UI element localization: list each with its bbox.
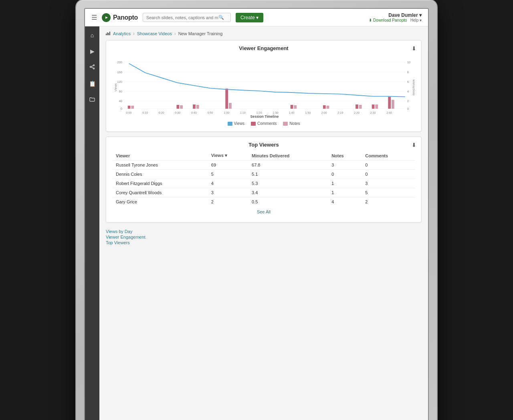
cell-viewer-0: Russell Tyrone Jones [113,161,208,170]
breadcrumb-showcase[interactable]: Showcase Videos [137,31,172,36]
sidebar-share-icon[interactable] [88,62,97,72]
top-viewers-table: Viewer Views ▾ Minutes Delivered Notes C… [113,151,415,206]
cell-minutes-0: 67.8 [248,161,328,170]
svg-text:2:30: 2:30 [370,111,376,115]
cell-notes-2: 1 [328,179,362,188]
breadcrumb-sep2: › [174,31,176,36]
svg-rect-35 [291,105,293,109]
see-all-link[interactable]: See All [113,206,415,217]
bottom-nav: Views by Day Viewer Engagement Top Viewe… [106,227,422,247]
svg-rect-31 [128,106,131,109]
cell-comments-0: 0 [362,161,415,170]
svg-text:0:10: 0:10 [142,111,148,115]
table-row: Robert Fitzgerald Diggs 4 5.3 1 3 [113,179,415,188]
svg-line-6 [91,67,93,68]
user-name[interactable]: Dave Dumler ▾ [388,12,422,18]
svg-rect-40 [131,106,134,109]
bottom-nav-viewer-engagement[interactable]: Viewer Engagement [106,235,422,239]
viewers-download-icon[interactable]: ⬇ [412,142,416,148]
col-viewer: Viewer [113,151,208,161]
svg-text:1:20: 1:20 [256,111,262,115]
sidebar: ⌂ ▶ 📋 [85,26,99,420]
legend-notes-label: Notes [289,121,300,126]
cell-notes-3: 1 [328,188,362,197]
header-left: ☰ Panopto 🔍 [91,13,263,22]
create-button[interactable]: Create ▾ [236,13,263,22]
svg-text:80: 80 [119,90,123,93]
svg-text:2:40: 2:40 [386,111,392,115]
svg-text:8: 8 [407,70,409,74]
sidebar-folder-icon[interactable] [88,95,97,104]
engagement-title: Viewer Engagement [113,45,415,51]
svg-rect-7 [106,34,107,35]
cell-views-2: 4 [208,179,248,188]
svg-rect-42 [196,105,199,109]
legend-notes-color [283,122,288,126]
svg-text:2: 2 [407,99,409,103]
svg-text:1:00: 1:00 [224,111,229,115]
svg-rect-8 [107,32,108,35]
bottom-nav-views-by-day[interactable]: Views by Day [106,229,422,234]
legend-comments: Comments [251,121,277,126]
viewer-engagement-card: ⬇ Viewer Engagement 200 160 120 80 [106,40,422,132]
logo-icon [102,13,111,22]
cell-minutes-4: 0.5 [248,197,328,207]
sidebar-home-icon[interactable]: ⌂ [89,30,95,40]
svg-text:2:00: 2:00 [321,111,327,115]
cell-views-4: 2 [208,197,248,207]
cell-viewer-3: Corey Quantrell Woods [113,188,208,197]
svg-line-5 [91,66,93,66]
search-input[interactable] [146,15,218,20]
legend-notes: Notes [283,121,300,126]
svg-text:1:30: 1:30 [273,111,278,115]
engagement-svg: 200 160 120 80 40 0 Views 10 [113,54,415,119]
svg-rect-47 [375,104,378,109]
search-icon[interactable]: 🔍 [218,15,224,20]
table-row: Russell Tyrone Jones 69 67.8 3 0 [113,161,415,170]
cell-comments-3: 5 [362,188,415,197]
sidebar-clipboard-icon[interactable]: 📋 [87,79,97,88]
svg-rect-43 [229,103,232,109]
legend-views: Views [228,121,245,126]
svg-rect-32 [177,105,180,109]
svg-text:0: 0 [121,107,122,111]
col-views[interactable]: Views ▾ [208,151,248,161]
hamburger-menu[interactable]: ☰ [91,14,97,21]
legend-views-color [228,122,232,126]
svg-text:4: 4 [407,90,409,93]
logo-text[interactable]: Panopto [113,14,138,21]
search-bar[interactable]: 🔍 [143,13,231,22]
table-row: Dennis Coles 5 5.1 0 0 [113,170,415,179]
cell-comments-1: 0 [362,170,415,179]
engagement-download-icon[interactable]: ⬇ [412,45,416,52]
svg-rect-37 [355,104,358,109]
svg-rect-48 [392,100,394,109]
svg-text:10: 10 [407,60,411,64]
svg-text:0:20: 0:20 [159,111,164,115]
svg-text:0:50: 0:50 [208,111,213,115]
cell-notes-4: 4 [328,197,362,207]
breadcrumb-analytics-icon [106,31,111,36]
app-header: ☰ Panopto 🔍 [85,9,428,26]
bottom-nav-top-viewers[interactable]: Top Viewers [106,240,422,245]
sidebar-video-icon[interactable]: ▶ [89,46,96,56]
cell-viewer-2: Robert Fitzgerald Diggs [113,179,208,188]
breadcrumb-sep1: › [133,31,135,36]
col-minutes: Minutes Delivered [248,151,328,161]
svg-text:120: 120 [117,80,122,84]
header-right: Dave Dumler ▾ ⬇ Download Panopto Help ▾ [369,12,422,22]
svg-text:2:10: 2:10 [337,111,343,115]
svg-rect-41 [180,105,183,109]
chart-legend: Views Comments Notes [113,121,415,126]
cell-notes-0: 3 [328,161,362,170]
svg-rect-9 [108,33,109,35]
breadcrumb-analytics[interactable]: Analytics [113,31,131,36]
help-link[interactable]: Help ▾ [410,18,422,22]
svg-text:1:50: 1:50 [305,111,311,115]
cell-views-0: 69 [208,161,248,170]
download-panopto-link[interactable]: ⬇ Download Panopto [369,18,407,22]
svg-text:0:40: 0:40 [191,111,197,115]
legend-views-label: Views [234,121,245,126]
svg-rect-44 [294,105,297,109]
header-links: ⬇ Download Panopto Help ▾ [369,18,422,22]
